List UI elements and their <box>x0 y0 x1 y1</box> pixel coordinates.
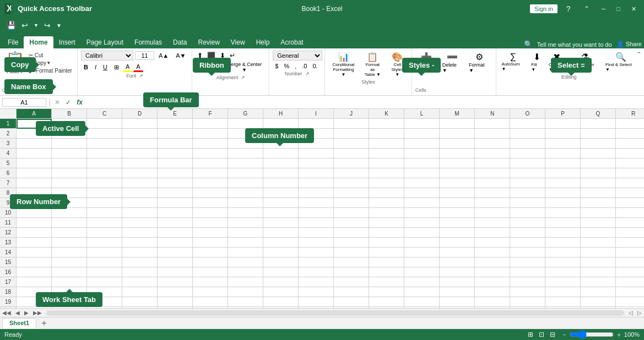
cell-E13[interactable] <box>158 238 193 248</box>
cell-G17[interactable] <box>228 277 263 287</box>
cell-G9[interactable] <box>228 198 263 208</box>
col-header-P[interactable]: P <box>545 109 581 118</box>
cell-N6[interactable] <box>475 168 510 178</box>
sort-filter-button[interactable]: ⚗ Sort & Filter ▼ <box>569 51 601 73</box>
paste-button[interactable]: 📋 Paste ▼ <box>6 51 25 74</box>
cell-D6[interactable] <box>122 168 158 178</box>
row-header-20[interactable]: 20 <box>0 307 17 308</box>
cell-J18[interactable] <box>334 287 369 297</box>
cell-F5[interactable] <box>193 158 228 168</box>
cell-C6[interactable] <box>87 168 122 178</box>
cell-G18[interactable] <box>228 287 263 297</box>
page-break-view-button[interactable]: ⊟ <box>548 330 557 339</box>
scroll-left-one[interactable]: ◀ <box>13 310 22 316</box>
cell-H8[interactable] <box>263 188 299 198</box>
cell-G11[interactable] <box>228 218 263 228</box>
tab-help[interactable]: Help <box>251 36 275 48</box>
cell-E3[interactable] <box>158 139 193 149</box>
cell-G3[interactable] <box>228 139 263 149</box>
cell-K17[interactable] <box>369 277 404 287</box>
add-sheet-button[interactable]: ＋ <box>37 317 51 329</box>
cell-M17[interactable] <box>440 277 475 287</box>
cell-N2[interactable] <box>475 129 510 139</box>
wrap-text-button[interactable]: ↵ <box>228 51 237 61</box>
minimize-button[interactable]: ─ <box>598 4 609 13</box>
cell-O5[interactable] <box>510 158 545 168</box>
cell-J5[interactable] <box>334 158 369 168</box>
cell-J3[interactable] <box>334 139 369 149</box>
cell-F2[interactable] <box>193 129 228 139</box>
cell-A15[interactable] <box>17 257 52 267</box>
cell-I18[interactable] <box>299 287 334 297</box>
cell-O4[interactable] <box>510 149 545 158</box>
cell-P14[interactable] <box>545 248 581 257</box>
col-header-L[interactable]: L <box>404 109 440 118</box>
row-header-3[interactable]: 3 <box>0 139 17 149</box>
cell-Q2[interactable] <box>581 129 616 139</box>
help-icon[interactable]: ? <box>562 2 575 15</box>
font-increase-button[interactable]: A▲ <box>156 51 171 60</box>
formula-input[interactable] <box>86 98 642 106</box>
cell-Q6[interactable] <box>581 168 616 178</box>
cell-K13[interactable] <box>369 238 404 248</box>
cell-K1[interactable] <box>369 119 404 129</box>
cell-R14[interactable] <box>616 248 644 257</box>
undo-button[interactable]: ↩ <box>19 20 30 31</box>
cell-J20[interactable] <box>334 307 369 308</box>
cell-G7[interactable] <box>228 178 263 188</box>
cell-I1[interactable] <box>299 119 334 129</box>
col-header-I[interactable]: I <box>299 109 334 118</box>
save-button[interactable]: 💾 <box>4 20 18 31</box>
cell-P3[interactable] <box>545 139 581 149</box>
cell-N5[interactable] <box>475 158 510 168</box>
cell-C10[interactable] <box>87 208 122 218</box>
col-header-N[interactable]: N <box>475 109 510 118</box>
cell-H13[interactable] <box>263 238 299 248</box>
col-header-K[interactable]: K <box>369 109 404 118</box>
cell-N3[interactable] <box>475 139 510 149</box>
horizontal-scrollbar[interactable] <box>46 310 624 316</box>
cell-L2[interactable] <box>404 129 440 139</box>
cell-E11[interactable] <box>158 218 193 228</box>
cell-M18[interactable] <box>440 287 475 297</box>
col-header-O[interactable]: O <box>510 109 545 118</box>
cell-K4[interactable] <box>369 149 404 158</box>
cell-J4[interactable] <box>334 149 369 158</box>
cell-R9[interactable] <box>616 198 644 208</box>
cell-Q19[interactable] <box>581 297 616 307</box>
delete-button[interactable]: ➖ Delete ▼ <box>440 51 464 95</box>
cell-B8[interactable] <box>52 188 87 198</box>
cell-A16[interactable] <box>17 267 52 277</box>
cell-N12[interactable] <box>475 228 510 238</box>
row-header-17[interactable]: 17 <box>0 277 17 287</box>
cell-D20[interactable] <box>122 307 158 308</box>
row-header-13[interactable]: 13 <box>0 238 17 248</box>
cell-P11[interactable] <box>545 218 581 228</box>
cell-F16[interactable] <box>193 267 228 277</box>
cell-A11[interactable] <box>17 218 52 228</box>
cell-R19[interactable] <box>616 297 644 307</box>
close-button[interactable]: ✕ <box>628 4 640 14</box>
cell-F13[interactable] <box>193 238 228 248</box>
row-header-1[interactable]: 1 <box>0 119 17 129</box>
ribbon-collapse-icon[interactable]: ⌃ <box>580 3 594 15</box>
cell-D8[interactable] <box>122 188 158 198</box>
align-middle-button[interactable]: ⬛ <box>205 51 217 61</box>
cell-G19[interactable] <box>228 297 263 307</box>
tab-acrobat[interactable]: Acrobat <box>275 36 309 48</box>
cell-J17[interactable] <box>334 277 369 287</box>
row-header-6[interactable]: 6 <box>0 168 17 178</box>
cell-R2[interactable] <box>616 129 644 139</box>
cell-F11[interactable] <box>193 218 228 228</box>
cancel-formula-button[interactable]: ✕ <box>53 98 62 106</box>
zoom-level[interactable]: 100% <box>624 331 640 338</box>
cell-C5[interactable] <box>87 158 122 168</box>
cell-A13[interactable] <box>17 238 52 248</box>
cell-L11[interactable] <box>404 218 440 228</box>
cell-L8[interactable] <box>404 188 440 198</box>
customize-qa-button[interactable]: ▼ <box>54 21 64 30</box>
cell-H11[interactable] <box>263 218 299 228</box>
cell-M15[interactable] <box>440 257 475 267</box>
cell-I19[interactable] <box>299 297 334 307</box>
cell-K12[interactable] <box>369 228 404 238</box>
